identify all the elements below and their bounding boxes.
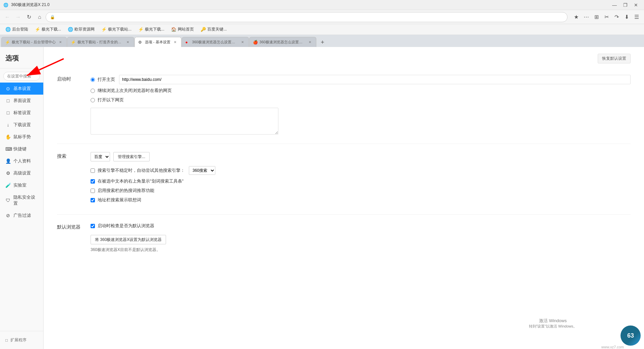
restore-defaults-button[interactable]: 恢复默认设置	[598, 54, 631, 63]
bookmark-icon-2: 🌐	[68, 27, 73, 32]
search-engine-select[interactable]: 百度	[91, 152, 110, 161]
search-fallback-select[interactable]: 360搜索	[189, 166, 215, 175]
sidebar-item-advanced[interactable]: ⚙ 高级设置	[0, 167, 43, 179]
bottom-right-widget[interactable]: 63	[621, 326, 641, 346]
close-button[interactable]: ✕	[631, 1, 641, 9]
tab-close-0[interactable]: ✕	[58, 40, 63, 45]
search-option-1-checkbox[interactable]	[91, 189, 95, 193]
advanced-settings-icon: ⚙	[5, 170, 11, 176]
tab-close-3[interactable]: ✕	[240, 40, 245, 45]
sidebar-item-label-privacy: 隐私安全设置	[13, 194, 38, 206]
tab-close-4[interactable]: ✕	[307, 40, 313, 45]
bookmark-item-0[interactable]: 🌐 后台登陆	[3, 26, 31, 33]
refresh-button[interactable]: ↻	[24, 12, 34, 22]
tab-title-3: 360极速浏览器怎么设置主页...	[192, 40, 238, 45]
bookmark-item-4[interactable]: ⚡ 极光下载...	[136, 26, 167, 33]
bookmark-star-icon[interactable]: ★	[572, 12, 581, 22]
sidebar-item-privacy[interactable]: 🛡 隐私安全设置	[0, 191, 43, 209]
sidebar-item-extensions[interactable]: □ 扩展程序	[5, 335, 38, 346]
address-input[interactable]: chrome://settings/browser	[56, 14, 563, 19]
sidebar-item-label-lab: 实验室	[13, 182, 26, 188]
home-button[interactable]: ⌂	[35, 12, 44, 22]
sidebar: 选项 ⊙ 基本设置 □ 界面设置 □ 标签设置 ↓ 下载设置 ✋ 鼠标手势 ⌨ …	[0, 47, 44, 349]
search-fallback-label: 搜索引擎不稳定时，自动尝试其他搜索引擎：	[98, 167, 185, 173]
titlebar-right: — ❐ ✕	[610, 1, 641, 9]
titlebar-left: 🌐 360极速浏览器X 21.0	[3, 2, 50, 8]
default-browser-check-label: 启动时检查是否为默认浏览器	[98, 223, 154, 229]
bookmarks-bar: 🌐 后台登陆 ⚡ 极光下载... 🌐 欧菲资源网 ⚡ 极光下载站... ⚡ 极光…	[0, 24, 644, 35]
minimize-button[interactable]: —	[610, 1, 619, 9]
startup-section: 启动时 打开主页 继续浏览上次关闭浏览器时在看的网页 打开以下网页	[57, 67, 631, 144]
bookmark-item-1[interactable]: ⚡ 极光下载...	[32, 26, 64, 33]
sidebar-item-tabs[interactable]: □ 标签设置	[0, 107, 43, 119]
tab-2[interactable]: ⚙ 选项 - 基本设置 ✕	[135, 37, 181, 47]
address-bar[interactable]: 🔒 chrome://settings/browser	[46, 12, 568, 22]
tab-close-2[interactable]: ✕	[172, 40, 178, 45]
sidebar-bottom-label: 扩展程序	[10, 337, 26, 343]
more-menu-icon[interactable]: ⋯	[582, 12, 591, 22]
bookmark-label-3: 极光下载站...	[108, 27, 131, 32]
startup-radio-0[interactable]	[91, 78, 95, 82]
tab-title-0: 极光下载站 - 后台管理中心	[12, 40, 56, 45]
search-option-0-checkbox[interactable]	[91, 179, 95, 184]
startup-option-2-label: 打开以下网页	[98, 97, 124, 103]
bookmark-item-5[interactable]: 🏠 网站首页	[168, 26, 197, 33]
bookmark-label-5: 网站首页	[178, 27, 194, 32]
back-button[interactable]: ←	[3, 12, 12, 22]
lab-settings-icon: 🧪	[5, 183, 11, 188]
startup-radio-1[interactable]	[91, 89, 95, 93]
tab-4[interactable]: 🍎 360极速浏览器怎么设置主页... ✕	[249, 37, 316, 47]
basic-settings-icon: ⊙	[5, 86, 11, 91]
tab-title-4: 360极速浏览器怎么设置主页...	[260, 40, 305, 45]
sidebar-item-label-interface: 界面设置	[13, 98, 31, 104]
default-browser-body: 启动时检查是否为默认浏览器 将 360极速浏览器X设置为默认浏览器 360极速浏…	[91, 223, 631, 253]
browser-favicon: 🌐	[3, 3, 8, 7]
sidebar-item-adblock[interactable]: ⊘ 广告过滤	[0, 209, 43, 221]
tab-0[interactable]: ⚡ 极光下载站 - 后台管理中心 ✕	[1, 37, 67, 47]
default-browser-row: 默认浏览器 启动时检查是否为默认浏览器 将 360极速浏览器X设置为默认浏览器 …	[57, 223, 631, 253]
sidebar-item-profile[interactable]: 👤 个人资料	[0, 155, 43, 167]
search-option-2-checkbox[interactable]	[91, 198, 95, 202]
forward-button[interactable]: →	[13, 12, 23, 22]
bookmark-label-6: 百度关键...	[207, 27, 227, 32]
sidebar-item-interface[interactable]: □ 界面设置	[0, 95, 43, 107]
hamburger-menu-icon[interactable]: ☰	[632, 12, 641, 22]
tab-favicon-1: ⚡	[71, 40, 75, 45]
bookmark-item-2[interactable]: 🌐 欧菲资源网	[65, 26, 97, 33]
new-tab-button[interactable]: +	[318, 38, 327, 47]
restore-button[interactable]: ❐	[621, 1, 630, 9]
startup-urls-textarea[interactable]	[91, 108, 278, 135]
sidebar-item-shortcuts[interactable]: ⌨ 快捷键	[0, 143, 43, 155]
bookmark-icon-6: 🔑	[201, 27, 206, 32]
sidebar-item-basic[interactable]: ⊙ 基本设置	[0, 83, 43, 95]
sidebar-item-download[interactable]: ↓ 下载设置	[0, 119, 43, 131]
search-option-1-label: 启用搜索栏的热搜词推荐功能	[98, 188, 154, 194]
homepage-url-input[interactable]	[119, 75, 631, 84]
bookmark-item-6[interactable]: 🔑 百度关键...	[198, 26, 229, 33]
tab-3[interactable]: ● 360极速浏览器怎么设置主页... ✕	[182, 37, 249, 47]
default-browser-checkbox[interactable]	[91, 224, 95, 228]
manage-search-engines-button[interactable]: 管理搜索引擎...	[113, 152, 150, 161]
download-site-watermark: www.xz7.com	[601, 345, 624, 349]
startup-option-0-row: 打开主页	[91, 75, 631, 84]
startup-radio-2[interactable]	[91, 98, 95, 102]
extensions-icon[interactable]: ⊞	[592, 12, 601, 22]
bookmark-item-3[interactable]: ⚡ 极光下载站...	[99, 26, 134, 33]
sidebar-item-lab[interactable]: 🧪 实验室	[0, 179, 43, 191]
startup-option-1-label: 继续浏览上次关闭浏览器时在看的网页	[98, 88, 172, 94]
search-input[interactable]	[3, 72, 40, 81]
set-default-btn-wrapper: 将 360极速浏览器X设置为默认浏览器	[91, 232, 631, 244]
sidebar-item-gesture[interactable]: ✋ 鼠标手势	[0, 131, 43, 143]
download-icon[interactable]: ⬇	[622, 12, 631, 22]
redo-icon[interactable]: ↷	[612, 12, 621, 22]
tab-close-1[interactable]: ✕	[125, 40, 130, 45]
titlebar: 🌐 360极速浏览器X 21.0 — ❐ ✕	[0, 0, 644, 10]
adblock-settings-icon: ⊘	[5, 213, 11, 218]
bookmark-label-4: 极光下载...	[145, 27, 164, 32]
search-fallback-checkbox[interactable]	[91, 168, 95, 173]
tab-favicon-0: ⚡	[5, 40, 10, 45]
tab-1[interactable]: ⚡ 极光下载站 - 打造齐全的绿色... ✕	[67, 37, 134, 47]
set-default-button[interactable]: 将 360极速浏览器X设置为默认浏览器	[91, 235, 166, 244]
windows-activation-watermark: 激活 Windows 转到"设置"以激活 Windows。	[529, 318, 577, 329]
cut-icon[interactable]: ✂	[602, 12, 611, 22]
